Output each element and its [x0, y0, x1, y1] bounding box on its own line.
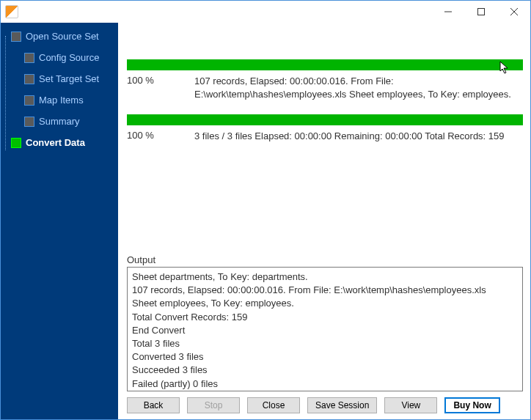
overall-progress-bar: [127, 114, 523, 125]
maximize-button[interactable]: [464, 1, 497, 23]
close-icon: [510, 8, 518, 15]
buy-now-button[interactable]: Buy Now: [444, 397, 499, 413]
tree-root-node[interactable]: Open Source Set: [11, 29, 118, 44]
task-percent: 100 %: [127, 75, 171, 86]
tree-item-label: Map Items: [39, 95, 84, 106]
tree-root-label: Open Source Set: [26, 31, 99, 42]
tree-node-icon: [24, 53, 34, 63]
close-window-button[interactable]: [497, 1, 530, 23]
tree-node-icon: [11, 32, 21, 42]
view-button[interactable]: View: [384, 397, 437, 413]
tree-item-label: Summary: [39, 116, 80, 127]
tree-item-convert-data[interactable]: Convert Data: [11, 135, 118, 150]
overall-progress-row: 100 % 3 files / 3 files Elapsed: 00:00:0…: [127, 130, 523, 143]
main-panel: 100 % 107 records, Elapsed: 00:00:00.016…: [118, 23, 530, 419]
tree-item-summary[interactable]: Summary: [24, 114, 118, 129]
progress-section: 100 % 107 records, Elapsed: 00:00:00.016…: [127, 30, 523, 157]
tree-item-label: Convert Data: [26, 137, 85, 148]
overall-progress-text: 3 files / 3 files Elapsed: 00:00:00 Rema…: [194, 130, 523, 143]
task-progress-text: 107 records, Elapsed: 00:00:00.016. From…: [194, 75, 523, 101]
spacer: [127, 157, 523, 254]
tree-node-icon: [24, 95, 34, 106]
tree-item-map-items[interactable]: Map Items: [24, 92, 118, 108]
titlebar: [1, 1, 530, 23]
tree-node-icon: [24, 74, 34, 84]
svg-rect-1: [477, 9, 484, 15]
minimize-button[interactable]: [431, 1, 464, 23]
stop-button[interactable]: Stop: [187, 397, 240, 413]
overall-percent: 100 %: [127, 130, 171, 141]
sidebar: Open Source Set Config Source Set Target…: [1, 23, 118, 419]
button-bar: Back Stop Close Save Session View Buy No…: [127, 391, 523, 415]
tree-connector: [5, 36, 6, 150]
close-button[interactable]: Close: [247, 397, 300, 413]
tree-node-icon: [24, 117, 34, 127]
app-window: Open Source Set Config Source Set Target…: [0, 0, 531, 420]
output-section: Output Sheet departments, To Key: depart…: [127, 254, 523, 391]
save-session-button[interactable]: Save Session: [307, 397, 377, 413]
minimize-icon: [444, 8, 452, 15]
tree-children: Config Source Set Target Set Map Items: [11, 50, 118, 150]
tree-item-set-target-set[interactable]: Set Target Set: [24, 71, 118, 86]
tree-item-label: Set Target Set: [39, 73, 99, 84]
back-button[interactable]: Back: [127, 397, 180, 413]
tree-item-label: Config Source: [39, 52, 99, 63]
wizard-tree: Open Source Set Config Source Set Target…: [1, 29, 118, 150]
task-progress-bar: [127, 59, 523, 70]
tree-item-config-source[interactable]: Config Source: [24, 50, 118, 65]
task-progress-row: 100 % 107 records, Elapsed: 00:00:00.016…: [127, 75, 523, 101]
tree-node-icon-active: [11, 138, 21, 148]
maximize-icon: [477, 8, 485, 15]
output-label: Output: [127, 254, 523, 265]
body: Open Source Set Config Source Set Target…: [1, 23, 530, 419]
app-icon: [5, 5, 18, 18]
window-buttons: [431, 1, 530, 23]
output-textarea[interactable]: Sheet departments, To Key: departments. …: [127, 267, 523, 391]
